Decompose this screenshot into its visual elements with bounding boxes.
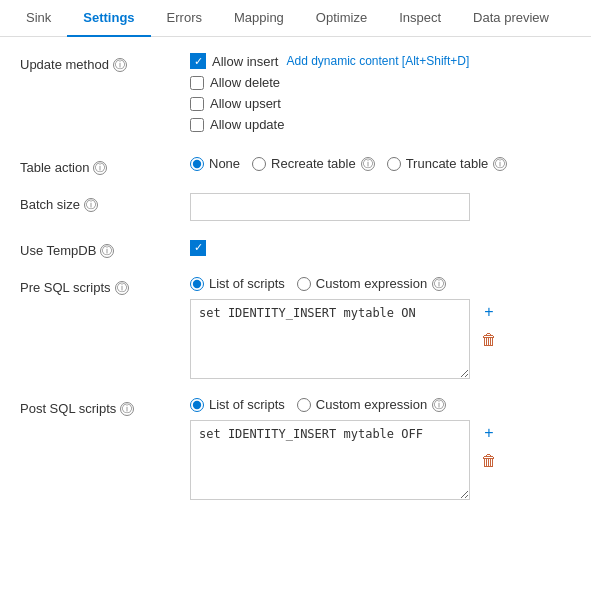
post-sql-script-actions: + 🗑 xyxy=(478,420,500,472)
use-tempdb-control: ✓ xyxy=(190,239,571,256)
pre-list-of-scripts-radio[interactable] xyxy=(190,277,204,291)
use-tempdb-label-col: Use TempDB ⓘ xyxy=(20,239,180,258)
table-action-label-col: Table action ⓘ xyxy=(20,156,180,175)
pre-sql-scripts-label-col: Pre SQL scripts ⓘ xyxy=(20,276,180,295)
use-tempdb-info-icon[interactable]: ⓘ xyxy=(100,244,114,258)
post-custom-expression-radio-label: Custom expression xyxy=(316,397,427,412)
pre-sql-delete-button[interactable]: 🗑 xyxy=(478,329,500,351)
pre-sql-radio-group: List of scripts Custom expression ⓘ xyxy=(190,276,571,291)
post-list-of-scripts-radio-row: List of scripts xyxy=(190,397,285,412)
pre-sql-script-area: set IDENTITY_INSERT mytable ON + 🗑 xyxy=(190,299,571,379)
truncate-table-radio-label: Truncate table xyxy=(406,156,489,171)
pre-list-of-scripts-radio-label: List of scripts xyxy=(209,276,285,291)
allow-insert-row: ✓ Allow insert Add dynamic content [Alt+… xyxy=(190,53,571,69)
tab-sink[interactable]: Sink xyxy=(10,0,67,37)
pre-custom-expression-radio-row: Custom expression ⓘ xyxy=(297,276,446,291)
tab-inspect[interactable]: Inspect xyxy=(383,0,457,37)
post-list-of-scripts-radio[interactable] xyxy=(190,398,204,412)
none-radio[interactable] xyxy=(190,157,204,171)
post-sql-script-area: set IDENTITY_INSERT mytable OFF + 🗑 xyxy=(190,420,571,500)
settings-content: Update method ⓘ ✓ Allow insert Add dynam… xyxy=(0,37,591,534)
pre-sql-script-actions: + 🗑 xyxy=(478,299,500,351)
pre-custom-expression-radio[interactable] xyxy=(297,277,311,291)
post-sql-textarea[interactable]: set IDENTITY_INSERT mytable OFF xyxy=(190,420,470,500)
update-method-label-col: Update method ⓘ xyxy=(20,53,180,72)
pre-custom-expression-radio-label: Custom expression xyxy=(316,276,427,291)
pre-sql-scripts-control: List of scripts Custom expression ⓘ set … xyxy=(190,276,571,379)
tab-settings[interactable]: Settings xyxy=(67,0,150,37)
table-action-label: Table action xyxy=(20,160,89,175)
post-sql-add-button[interactable]: + xyxy=(478,422,500,444)
allow-upsert-row: Allow upsert xyxy=(190,96,571,111)
allow-update-label: Allow update xyxy=(210,117,284,132)
table-action-info-icon[interactable]: ⓘ xyxy=(93,161,107,175)
use-tempdb-label: Use TempDB xyxy=(20,243,96,258)
batch-size-control xyxy=(190,193,571,221)
update-method-row: Update method ⓘ ✓ Allow insert Add dynam… xyxy=(20,53,571,138)
none-radio-label: None xyxy=(209,156,240,171)
batch-size-info-icon[interactable]: ⓘ xyxy=(84,198,98,212)
update-method-label: Update method xyxy=(20,57,109,72)
table-action-row: Table action ⓘ None Recreate table ⓘ Tru… xyxy=(20,156,571,175)
dynamic-content-link[interactable]: Add dynamic content [Alt+Shift+D] xyxy=(286,54,469,68)
batch-size-input[interactable] xyxy=(190,193,470,221)
recreate-table-radio-label: Recreate table xyxy=(271,156,356,171)
truncate-table-radio[interactable] xyxy=(387,157,401,171)
pre-sql-add-button[interactable]: + xyxy=(478,301,500,323)
tab-data-preview[interactable]: Data preview xyxy=(457,0,565,37)
post-custom-expression-radio[interactable] xyxy=(297,398,311,412)
recreate-table-radio-row: Recreate table ⓘ xyxy=(252,156,375,171)
allow-insert-label: Allow insert xyxy=(212,54,278,69)
table-action-radio-group: None Recreate table ⓘ Truncate table ⓘ xyxy=(190,156,571,171)
post-sql-radio-group: List of scripts Custom expression ⓘ xyxy=(190,397,571,412)
allow-insert-checkbox[interactable]: ✓ xyxy=(190,53,206,69)
none-radio-row: None xyxy=(190,156,240,171)
tab-errors[interactable]: Errors xyxy=(151,0,218,37)
use-tempdb-row: Use TempDB ⓘ ✓ xyxy=(20,239,571,258)
post-sql-scripts-label-col: Post SQL scripts ⓘ xyxy=(20,397,180,416)
batch-size-label: Batch size xyxy=(20,197,80,212)
allow-update-checkbox[interactable] xyxy=(190,118,204,132)
recreate-table-radio[interactable] xyxy=(252,157,266,171)
tab-optimize[interactable]: Optimize xyxy=(300,0,383,37)
pre-sql-scripts-row: Pre SQL scripts ⓘ List of scripts Custom… xyxy=(20,276,571,379)
post-list-of-scripts-radio-label: List of scripts xyxy=(209,397,285,412)
post-sql-scripts-control: List of scripts Custom expression ⓘ set … xyxy=(190,397,571,500)
batch-size-row: Batch size ⓘ xyxy=(20,193,571,221)
pre-sql-scripts-label: Pre SQL scripts xyxy=(20,280,111,295)
pre-sql-textarea[interactable]: set IDENTITY_INSERT mytable ON xyxy=(190,299,470,379)
allow-delete-label: Allow delete xyxy=(210,75,280,90)
update-method-controls: ✓ Allow insert Add dynamic content [Alt+… xyxy=(190,53,571,138)
pre-list-of-scripts-radio-row: List of scripts xyxy=(190,276,285,291)
post-sql-scripts-info-icon[interactable]: ⓘ xyxy=(120,402,134,416)
pre-sql-scripts-info-icon[interactable]: ⓘ xyxy=(115,281,129,295)
recreate-table-info-icon[interactable]: ⓘ xyxy=(361,157,375,171)
truncate-table-info-icon[interactable]: ⓘ xyxy=(493,157,507,171)
allow-upsert-label: Allow upsert xyxy=(210,96,281,111)
pre-custom-expression-info-icon[interactable]: ⓘ xyxy=(432,277,446,291)
update-method-info-icon[interactable]: ⓘ xyxy=(113,58,127,72)
tab-mapping[interactable]: Mapping xyxy=(218,0,300,37)
allow-delete-row: Allow delete xyxy=(190,75,571,90)
post-sql-delete-button[interactable]: 🗑 xyxy=(478,450,500,472)
allow-upsert-checkbox[interactable] xyxy=(190,97,204,111)
post-custom-expression-radio-row: Custom expression ⓘ xyxy=(297,397,446,412)
table-action-controls: None Recreate table ⓘ Truncate table ⓘ xyxy=(190,156,571,171)
batch-size-label-col: Batch size ⓘ xyxy=(20,193,180,212)
allow-delete-checkbox[interactable] xyxy=(190,76,204,90)
post-sql-scripts-label: Post SQL scripts xyxy=(20,401,116,416)
tab-bar: Sink Settings Errors Mapping Optimize In… xyxy=(0,0,591,37)
use-tempdb-checkbox[interactable]: ✓ xyxy=(190,240,206,256)
allow-update-row: Allow update xyxy=(190,117,571,132)
post-sql-scripts-row: Post SQL scripts ⓘ List of scripts Custo… xyxy=(20,397,571,500)
post-custom-expression-info-icon[interactable]: ⓘ xyxy=(432,398,446,412)
truncate-table-radio-row: Truncate table ⓘ xyxy=(387,156,508,171)
